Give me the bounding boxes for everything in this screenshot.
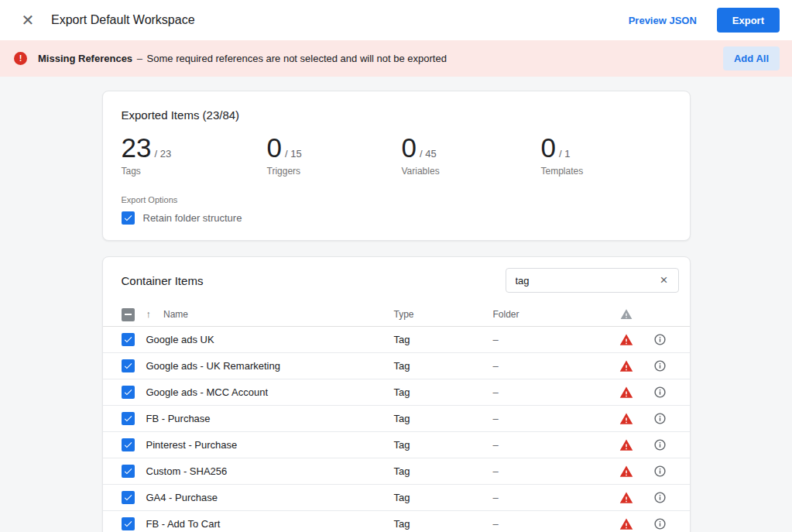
container-items-card: Container Items × ↑ Name Type Folder <box>102 256 691 532</box>
info-icon[interactable] <box>651 462 670 481</box>
row-folder: – <box>493 465 609 477</box>
check-icon <box>123 440 133 450</box>
warning-icon[interactable] <box>617 489 636 507</box>
stat-templates-denom: / 1 <box>559 148 570 160</box>
preview-json-button[interactable]: Preview JSON <box>626 10 700 31</box>
row-type: Tag <box>394 334 493 345</box>
row-type: Tag <box>394 413 493 424</box>
stat-triggers: 0 / 15 Triggers <box>267 132 402 177</box>
exported-items-card: Exported Items (23/84) 23 / 23 Tags 0 / … <box>102 91 691 241</box>
column-header-type: Type <box>394 309 493 320</box>
check-icon <box>123 387 133 397</box>
check-icon <box>123 414 133 424</box>
check-icon <box>123 361 133 371</box>
row-type: Tag <box>394 518 493 530</box>
retain-folder-label: Retain folder structure <box>143 212 242 224</box>
info-icon[interactable] <box>651 489 670 507</box>
warning-icon[interactable] <box>617 436 636 455</box>
close-icon[interactable]: ✕ <box>14 6 42 34</box>
select-all-checkbox[interactable] <box>122 308 135 321</box>
info-icon[interactable] <box>651 436 670 455</box>
table-row: Pinterest - PurchaseTag– <box>103 432 690 458</box>
row-type: Tag <box>394 360 493 372</box>
check-icon <box>123 335 133 345</box>
row-checkbox[interactable] <box>122 359 135 372</box>
column-header-name: Name <box>163 309 188 320</box>
info-icon[interactable] <box>651 331 670 349</box>
table-row: Custom - SHA256Tag– <box>103 458 690 485</box>
warning-icon[interactable] <box>617 383 636 402</box>
exported-items-title: Exported Items (23/84) <box>122 108 671 122</box>
stat-templates-label: Templates <box>541 166 671 177</box>
row-name: Google ads - UK Remarketing <box>146 360 394 372</box>
content: Exported Items (23/84) 23 / 23 Tags 0 / … <box>0 77 792 532</box>
row-name: FB - Purchase <box>146 413 394 424</box>
row-type: Tag <box>394 465 493 477</box>
info-icon[interactable] <box>651 410 670 428</box>
banner-title: Missing References <box>38 53 132 64</box>
row-checkbox[interactable] <box>122 412 135 425</box>
table-row: FB - Add To CartTag– <box>103 511 690 532</box>
warning-icon[interactable] <box>617 515 636 532</box>
retain-folder-checkbox[interactable] <box>122 211 135 225</box>
row-name: GA4 - Purchase <box>146 492 394 503</box>
page-title: Export Default Workspace <box>51 13 195 27</box>
sort-ascending-icon[interactable]: ↑ <box>146 309 152 319</box>
error-icon: ! <box>14 52 27 65</box>
row-folder: – <box>493 413 609 424</box>
warning-icon[interactable] <box>617 410 636 428</box>
check-icon <box>123 466 133 476</box>
export-button[interactable]: Export <box>717 8 780 33</box>
info-icon[interactable] <box>651 383 670 402</box>
column-header-folder: Folder <box>493 309 609 320</box>
table-row: GA4 - PurchaseTag– <box>103 485 690 511</box>
check-icon <box>123 519 133 529</box>
row-checkbox[interactable] <box>122 386 135 399</box>
row-name: Pinterest - Purchase <box>146 439 394 451</box>
stat-variables: 0 / 45 Variables <box>402 132 541 177</box>
row-checkbox[interactable] <box>122 333 135 346</box>
info-icon[interactable] <box>651 357 670 376</box>
row-checkbox[interactable] <box>122 465 135 478</box>
row-folder: – <box>493 518 609 530</box>
check-icon <box>123 213 133 223</box>
stat-tags-value: 23 <box>122 132 152 163</box>
row-folder: – <box>493 386 609 398</box>
stat-templates: 0 / 1 Templates <box>541 132 671 177</box>
table-row: Google ads - UK RemarketingTag– <box>103 353 690 379</box>
stat-tags-label: Tags <box>122 166 267 177</box>
top-bar: ✕ Export Default Workspace Preview JSON … <box>0 0 792 40</box>
row-name: Custom - SHA256 <box>146 465 394 477</box>
row-checkbox[interactable] <box>122 438 135 451</box>
warning-icon[interactable] <box>617 331 636 349</box>
search-input[interactable] <box>516 275 655 287</box>
search-box: × <box>506 268 679 293</box>
row-checkbox[interactable] <box>122 491 135 504</box>
stat-triggers-value: 0 <box>267 132 282 163</box>
stat-variables-label: Variables <box>402 166 541 177</box>
row-folder: – <box>493 492 609 503</box>
missing-references-banner: ! Missing References – Some required ref… <box>0 40 792 77</box>
stat-variables-denom: / 45 <box>420 148 437 160</box>
stat-triggers-denom: / 15 <box>285 148 302 160</box>
row-checkbox[interactable] <box>122 517 135 530</box>
stat-variables-value: 0 <box>402 132 417 163</box>
check-icon <box>123 493 133 503</box>
row-name: Google ads - MCC Account <box>146 386 394 398</box>
info-icon[interactable] <box>651 515 670 532</box>
stat-triggers-label: Triggers <box>267 166 402 177</box>
row-folder: – <box>493 360 609 372</box>
add-all-button[interactable]: Add All <box>723 46 780 70</box>
banner-text: Missing References – Some required refer… <box>38 53 447 64</box>
warning-icon[interactable] <box>617 462 636 481</box>
container-items-title: Container Items <box>122 274 204 287</box>
table-row: Google ads - MCC AccountTag– <box>103 379 690 406</box>
row-folder: – <box>493 334 609 345</box>
row-type: Tag <box>394 492 493 503</box>
warning-icon[interactable] <box>617 357 636 376</box>
table-body: Google ads UKTag–Google ads - UK Remarke… <box>103 327 690 532</box>
clear-search-icon[interactable]: × <box>655 271 674 290</box>
table-row: Google ads UKTag– <box>103 327 690 353</box>
table-row: FB - PurchaseTag– <box>103 406 690 432</box>
stat-tags: 23 / 23 Tags <box>122 132 267 177</box>
